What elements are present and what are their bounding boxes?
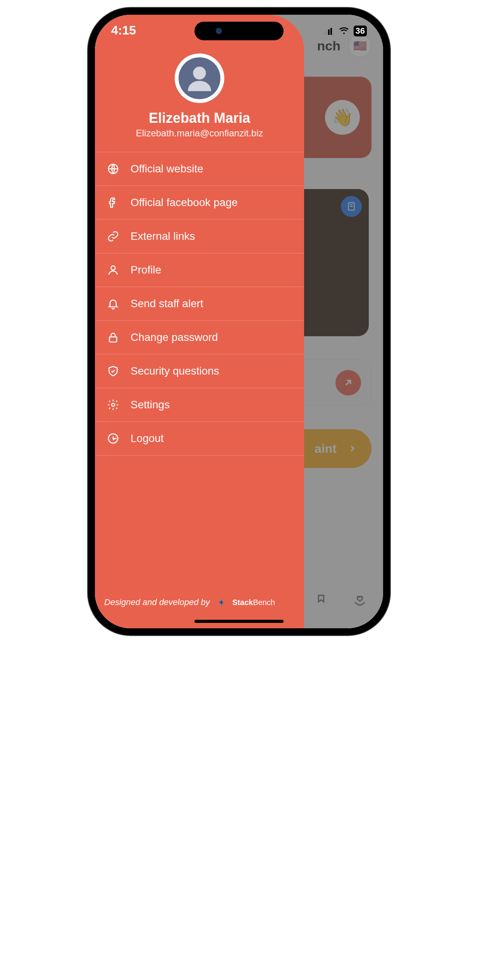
phone-frame: nch 🇺🇸 👋 ht hj bbox=[88, 8, 390, 635]
menu-item-official-website[interactable]: Official website bbox=[95, 152, 304, 186]
menu-item-send-staff-alert[interactable]: Send staff alert bbox=[95, 287, 304, 320]
phone-screen: nch 🇺🇸 👋 ht hj bbox=[95, 15, 383, 628]
svg-point-10 bbox=[112, 403, 115, 406]
profile-header[interactable]: Elizebath Maria Elizebath.maria@confianz… bbox=[95, 42, 304, 149]
svg-rect-3 bbox=[326, 31, 327, 35]
menu-label: Security questions bbox=[131, 365, 219, 377]
wifi-icon bbox=[339, 27, 349, 35]
navigation-drawer: 4:15 Elizebath Maria Elizebath.maria@con… bbox=[95, 15, 304, 628]
menu-item-profile[interactable]: Profile bbox=[95, 253, 304, 287]
home-indicator[interactable] bbox=[194, 620, 284, 623]
menu-label: Logout bbox=[131, 432, 164, 445]
svg-rect-9 bbox=[110, 337, 117, 342]
gear-icon bbox=[107, 398, 120, 411]
status-bar-right: 36 bbox=[323, 26, 367, 36]
svg-rect-2 bbox=[323, 33, 325, 35]
status-time: 4:15 bbox=[111, 23, 136, 38]
menu-label: Change password bbox=[131, 331, 218, 344]
bell-icon bbox=[107, 297, 120, 310]
menu-item-facebook-page[interactable]: Official facebook page bbox=[95, 186, 304, 219]
drawer-menu: Official website Official facebook page … bbox=[95, 152, 304, 456]
lock-icon bbox=[107, 331, 120, 344]
cellular-icon bbox=[323, 27, 334, 35]
svg-rect-5 bbox=[330, 28, 332, 35]
dynamic-island bbox=[194, 22, 284, 40]
battery-indicator: 36 bbox=[354, 26, 367, 36]
menu-item-logout[interactable]: Logout bbox=[95, 421, 304, 456]
globe-icon bbox=[107, 162, 120, 175]
menu-item-external-links[interactable]: External links bbox=[95, 219, 304, 253]
svg-point-8 bbox=[111, 266, 115, 270]
menu-item-change-password[interactable]: Change password bbox=[95, 320, 304, 354]
link-icon bbox=[107, 230, 120, 243]
facebook-icon bbox=[107, 196, 120, 209]
shield-icon bbox=[107, 364, 120, 378]
menu-item-security-questions[interactable]: Security questions bbox=[95, 354, 304, 388]
menu-label: External links bbox=[131, 230, 195, 242]
menu-item-settings[interactable]: Settings bbox=[95, 388, 304, 421]
menu-label: Profile bbox=[131, 264, 161, 276]
svg-rect-4 bbox=[328, 29, 330, 35]
avatar[interactable] bbox=[175, 53, 224, 103]
profile-name: Elizebath Maria bbox=[149, 110, 250, 126]
svg-point-6 bbox=[193, 67, 206, 79]
menu-label: Settings bbox=[131, 399, 170, 411]
avatar-placeholder-icon bbox=[179, 57, 220, 99]
stackbench-logo-icon bbox=[215, 596, 228, 609]
footer-text: Designed and developed by bbox=[104, 597, 210, 607]
person-icon bbox=[107, 263, 120, 277]
profile-email: Elizebath.maria@confianzit.biz bbox=[136, 128, 263, 139]
menu-label: Official facebook page bbox=[131, 196, 238, 209]
menu-label: Send staff alert bbox=[131, 297, 203, 310]
logout-icon bbox=[107, 432, 120, 445]
footer-brand: StackBench bbox=[232, 598, 275, 607]
menu-label: Official website bbox=[131, 163, 203, 175]
